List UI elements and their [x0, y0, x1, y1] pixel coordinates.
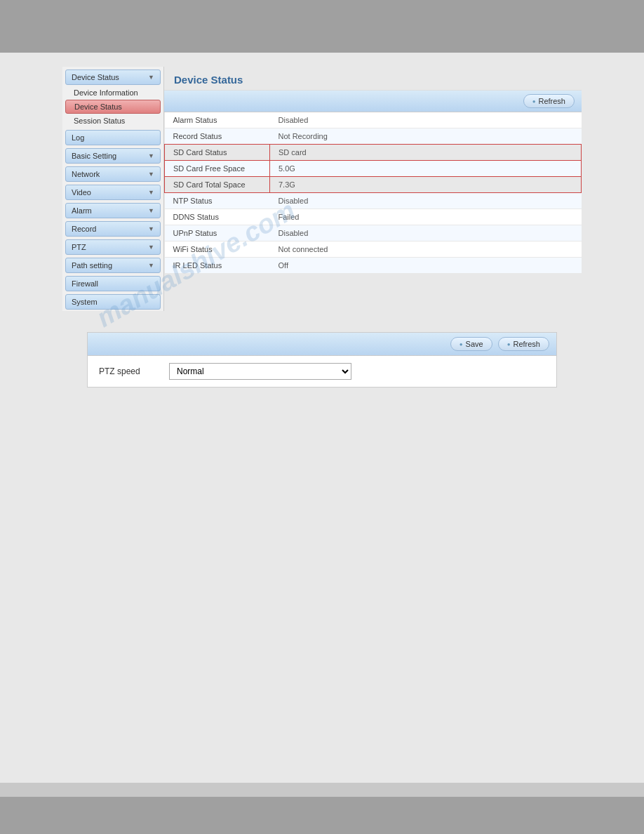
status-value: Disabled: [270, 112, 582, 128]
sidebar-group-device-status[interactable]: Device Status ▼: [65, 70, 161, 85]
status-value: Disabled: [270, 225, 582, 241]
chevron-down-icon-network: ▼: [148, 171, 154, 178]
sidebar-group-ptz[interactable]: PTZ ▼: [65, 239, 161, 255]
sidebar-group-label-video: Video: [72, 188, 91, 197]
sidebar-group-path[interactable]: Path setting ▼: [65, 258, 161, 273]
status-main: Device Status Refresh Alarm StatusDisabl…: [164, 67, 582, 311]
sidebar-group-label-record: Record: [72, 225, 96, 233]
top-bar: [0, 0, 644, 53]
chevron-down-icon-ptz: ▼: [148, 244, 154, 251]
status-toolbar: Refresh: [164, 91, 582, 112]
chevron-down-icon-basic: ▼: [148, 152, 154, 159]
sidebar-group-label-network: Network: [72, 170, 100, 178]
status-label: Alarm Status: [165, 112, 270, 128]
sidebar-group-basic-setting[interactable]: Basic Setting ▼: [65, 148, 161, 164]
table-row: WiFi StatusNot connected: [165, 241, 582, 258]
sidebar-item-session-status[interactable]: Session Status: [62, 114, 163, 127]
sidebar-group-label-log: Log: [72, 133, 84, 142]
ptz-panel: Save Refresh PTZ speed SlowNormalFast: [87, 332, 557, 388]
status-label: SD Card Total Space: [165, 177, 270, 193]
table-row: SD Card Free Space5.0G: [165, 161, 582, 177]
status-value: 5.0G: [270, 161, 582, 177]
ptz-toolbar: Save Refresh: [88, 333, 556, 356]
save-button[interactable]: Save: [450, 337, 492, 351]
bottom-bar: [0, 797, 644, 834]
status-value: Off: [270, 258, 582, 274]
sidebar-group-firewall[interactable]: Firewall: [65, 276, 161, 291]
sidebar-item-device-status[interactable]: Device Status: [65, 100, 161, 114]
sidebar-group-video[interactable]: Video ▼: [65, 185, 161, 200]
sidebar-group-label: Device Status: [72, 73, 119, 81]
sidebar-group-system[interactable]: System: [65, 294, 161, 310]
status-label: WiFi Status: [165, 241, 270, 258]
status-value: Not connected: [270, 241, 582, 258]
main-content: manualshive.com Device Status ▼ Device I…: [0, 53, 644, 783]
table-row: DDNS StatusFailed: [165, 209, 582, 225]
status-label: SD Card Free Space: [165, 161, 270, 177]
sidebar-group-record[interactable]: Record ▼: [65, 221, 161, 237]
status-value: Not Recording: [270, 128, 582, 145]
status-value: SD card: [270, 145, 582, 161]
table-row: IR LED StatusOff: [165, 258, 582, 274]
sidebar-item-device-information[interactable]: Device Information: [62, 86, 163, 99]
ptz-speed-select[interactable]: SlowNormalFast: [169, 363, 351, 380]
page-title: Device Status: [164, 67, 582, 91]
table-row: NTP StatusDisabled: [165, 193, 582, 209]
ptz-speed-label: PTZ speed: [99, 366, 155, 376]
status-label: NTP Status: [165, 193, 270, 209]
sidebar-group-alarm[interactable]: Alarm ▼: [65, 203, 161, 218]
status-table: Alarm StatusDisabledRecord StatusNot Rec…: [164, 112, 582, 274]
status-label: IR LED Status: [165, 258, 270, 274]
ptz-content: PTZ speed SlowNormalFast: [88, 356, 556, 387]
chevron-down-icon-alarm: ▼: [148, 207, 154, 214]
status-label: SD Card Status: [165, 145, 270, 161]
table-row: Record StatusNot Recording: [165, 128, 582, 145]
status-label: DDNS Status: [165, 209, 270, 225]
table-row: UPnP StatusDisabled: [165, 225, 582, 241]
sidebar-group-label-system: System: [72, 298, 98, 306]
table-row: SD Card Total Space7.3G: [165, 177, 582, 193]
refresh-button[interactable]: Refresh: [523, 94, 575, 108]
device-status-panel: Device Status ▼ Device Information Devic…: [62, 67, 582, 311]
sidebar-group-log[interactable]: Log: [65, 130, 161, 145]
sidebar-group-label-alarm: Alarm: [72, 206, 92, 215]
chevron-down-icon-path: ▼: [148, 262, 154, 269]
sidebar-group-label-ptz: PTZ: [72, 243, 86, 251]
sidebar: Device Status ▼ Device Information Devic…: [62, 67, 164, 311]
table-row: SD Card StatusSD card: [165, 145, 582, 161]
sidebar-group-label-basic: Basic Setting: [72, 152, 116, 160]
sidebar-group-network[interactable]: Network ▼: [65, 166, 161, 182]
status-value: Failed: [270, 209, 582, 225]
status-value: Disabled: [270, 193, 582, 209]
ptz-refresh-button[interactable]: Refresh: [498, 337, 549, 351]
status-value: 7.3G: [270, 177, 582, 193]
chevron-down-icon: ▼: [148, 74, 154, 81]
chevron-down-icon-video: ▼: [148, 189, 154, 196]
sidebar-group-label-firewall: Firewall: [72, 279, 98, 288]
table-row: Alarm StatusDisabled: [165, 112, 582, 128]
chevron-down-icon-record: ▼: [148, 225, 154, 232]
status-label: UPnP Status: [165, 225, 270, 241]
sidebar-group-label-path: Path setting: [72, 261, 112, 270]
status-label: Record Status: [165, 128, 270, 145]
